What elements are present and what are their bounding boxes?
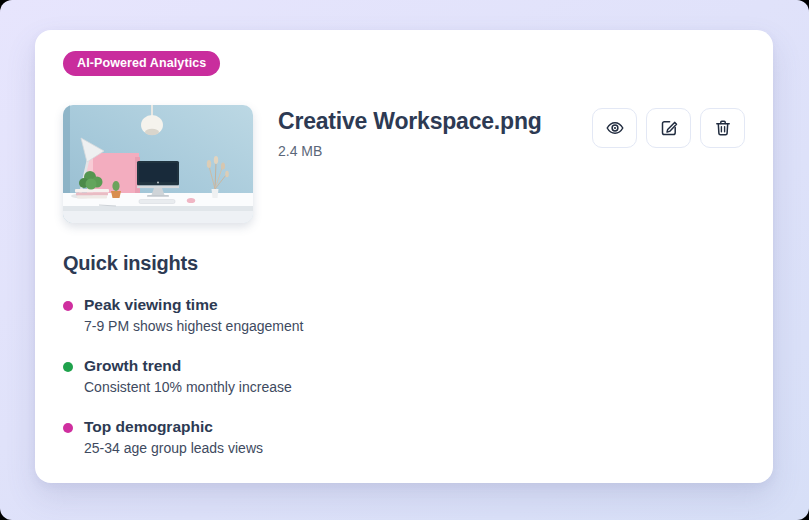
workspace-photo-illustration bbox=[63, 105, 253, 223]
insight-item-growth-trend: Growth trend Consistent 10% monthly incr… bbox=[63, 357, 745, 397]
insight-label: Top demographic bbox=[84, 418, 263, 437]
screen-background: AI-Powered Analytics bbox=[0, 0, 809, 520]
eye-icon bbox=[605, 118, 625, 138]
edit-button[interactable] bbox=[646, 108, 691, 148]
insight-item-top-demographic: Top demographic 25-34 age group leads vi… bbox=[63, 418, 745, 458]
file-row: Creative Workspace.png 2.4 MB bbox=[63, 105, 745, 223]
bullet-dot bbox=[63, 301, 73, 311]
delete-button[interactable] bbox=[700, 108, 745, 148]
view-button[interactable] bbox=[592, 108, 637, 148]
insight-item-peak-viewing-time: Peak viewing time 7-9 PM shows highest e… bbox=[63, 296, 745, 336]
insight-description: 25-34 age group leads views bbox=[84, 440, 263, 458]
insight-text: Top demographic 25-34 age group leads vi… bbox=[84, 418, 263, 458]
file-info: Creative Workspace.png 2.4 MB bbox=[278, 105, 592, 159]
ai-analytics-badge: AI-Powered Analytics bbox=[63, 51, 220, 76]
insight-text: Peak viewing time 7-9 PM shows highest e… bbox=[84, 296, 303, 336]
bullet-dot bbox=[63, 362, 73, 372]
bullet-dot bbox=[63, 423, 73, 433]
insight-text: Growth trend Consistent 10% monthly incr… bbox=[84, 357, 292, 397]
edit-icon bbox=[659, 118, 679, 138]
file-analytics-card: AI-Powered Analytics bbox=[35, 30, 773, 483]
trash-icon bbox=[713, 118, 733, 138]
file-name: Creative Workspace.png bbox=[278, 108, 592, 134]
insight-label: Growth trend bbox=[84, 357, 292, 376]
insights-title: Quick insights bbox=[63, 252, 745, 275]
file-thumbnail workspace-photo bbox=[63, 105, 253, 223]
insight-description: 7-9 PM shows highest engagement bbox=[84, 318, 303, 336]
insight-description: Consistent 10% monthly increase bbox=[84, 379, 292, 397]
insight-label: Peak viewing time bbox=[84, 296, 303, 315]
file-size: 2.4 MB bbox=[278, 143, 592, 159]
file-actions bbox=[592, 105, 745, 148]
